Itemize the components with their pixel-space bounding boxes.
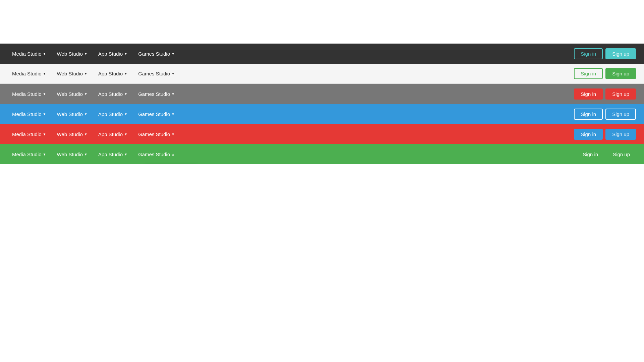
nav-item-app-studio-5[interactable]: App Studio ▼	[94, 129, 131, 139]
nav-item-web-studio-2[interactable]: Web Studio ▼	[53, 69, 91, 78]
navbar-row-3: Media Studio ▼ Web Studio ▼ App Studio ▼…	[0, 84, 644, 104]
navbar-row-2: Media Studio ▼ Web Studio ▼ App Studio ▼…	[0, 64, 644, 84]
nav-links-row5: Media Studio ▼ Web Studio ▼ App Studio ▼…	[8, 129, 574, 139]
nav-item-media-studio-6[interactable]: Media Studio ▼	[8, 149, 50, 159]
nav-links-row2: Media Studio ▼ Web Studio ▼ App Studio ▼…	[8, 69, 574, 78]
nav-item-media-studio-2[interactable]: Media Studio ▼	[8, 69, 50, 78]
nav-item-games-studio-3[interactable]: Games Studio ▼	[134, 89, 179, 99]
signin-button-6[interactable]: Sign in	[577, 149, 604, 159]
nav-item-app-studio-2[interactable]: App Studio ▼	[94, 69, 131, 78]
signup-button-6[interactable]: Sign up	[607, 149, 636, 159]
nav-actions-row1: Sign in Sign up	[574, 48, 636, 59]
navbar-row-6: Media Studio ▼ Web Studio ▼ App Studio ▼…	[0, 144, 644, 164]
signin-button-5[interactable]: Sign in	[574, 129, 603, 140]
nav-item-games-studio-2[interactable]: Games Studio ▼	[134, 69, 179, 78]
signup-button-4[interactable]: Sign up	[605, 109, 636, 120]
nav-item-games-studio-6[interactable]: Games Studio ▲	[134, 149, 179, 159]
signup-button-2[interactable]: Sign up	[605, 68, 636, 79]
nav-item-media-studio-5[interactable]: Media Studio ▼	[8, 129, 50, 139]
nav-item-games-studio-5[interactable]: Games Studio ▼	[134, 129, 179, 139]
nav-actions-row4: Sign in Sign up	[574, 109, 636, 120]
nav-item-web-studio-3[interactable]: Web Studio ▼	[53, 89, 91, 99]
nav-item-games-studio-1[interactable]: Games Studio ▼	[134, 49, 179, 59]
navbar-row-4: Media Studio ▼ Web Studio ▼ App Studio ▼…	[0, 104, 644, 124]
nav-item-app-studio-6[interactable]: App Studio ▼	[94, 149, 131, 159]
nav-item-web-studio-4[interactable]: Web Studio ▼	[53, 109, 91, 119]
nav-links-row1: Media Studio ▼ Web Studio ▼ App Studio ▼…	[8, 49, 574, 59]
signup-button-5[interactable]: Sign up	[605, 129, 636, 140]
signin-button-1[interactable]: Sign in	[574, 48, 603, 59]
nav-item-app-studio-1[interactable]: App Studio ▼	[94, 49, 131, 59]
signup-button-1[interactable]: Sign up	[605, 48, 636, 59]
nav-item-web-studio-1[interactable]: Web Studio ▼	[53, 49, 91, 59]
signup-button-3[interactable]: Sign up	[605, 88, 636, 100]
nav-actions-row3: Sign in Sign up	[574, 88, 636, 100]
nav-item-games-studio-4[interactable]: Games Studio ▼	[134, 109, 179, 119]
nav-actions-row2: Sign in Sign up	[574, 68, 636, 79]
nav-item-media-studio-4[interactable]: Media Studio ▼	[8, 109, 50, 119]
nav-item-web-studio-6[interactable]: Web Studio ▼	[53, 149, 91, 159]
nav-links-row3: Media Studio ▼ Web Studio ▼ App Studio ▼…	[8, 89, 574, 99]
nav-actions-row5: Sign in Sign up	[574, 129, 636, 140]
nav-links-row4: Media Studio ▼ Web Studio ▼ App Studio ▼…	[8, 109, 574, 119]
nav-item-media-studio-1[interactable]: Media Studio ▼	[8, 49, 50, 59]
signin-button-2[interactable]: Sign in	[574, 68, 603, 79]
top-spacer	[0, 0, 644, 44]
nav-item-app-studio-3[interactable]: App Studio ▼	[94, 89, 131, 99]
signin-button-3[interactable]: Sign in	[574, 88, 603, 100]
nav-item-media-studio-3[interactable]: Media Studio ▼	[8, 89, 50, 99]
nav-item-app-studio-4[interactable]: App Studio ▼	[94, 109, 131, 119]
nav-actions-row6: Sign in Sign up	[577, 149, 636, 159]
signin-button-4[interactable]: Sign in	[574, 109, 603, 120]
nav-links-row6: Media Studio ▼ Web Studio ▼ App Studio ▼…	[8, 149, 577, 159]
nav-item-web-studio-5[interactable]: Web Studio ▼	[53, 129, 91, 139]
navbar-row-1: Media Studio ▼ Web Studio ▼ App Studio ▼…	[0, 44, 644, 64]
navbar-row-5: Media Studio ▼ Web Studio ▼ App Studio ▼…	[0, 124, 644, 144]
